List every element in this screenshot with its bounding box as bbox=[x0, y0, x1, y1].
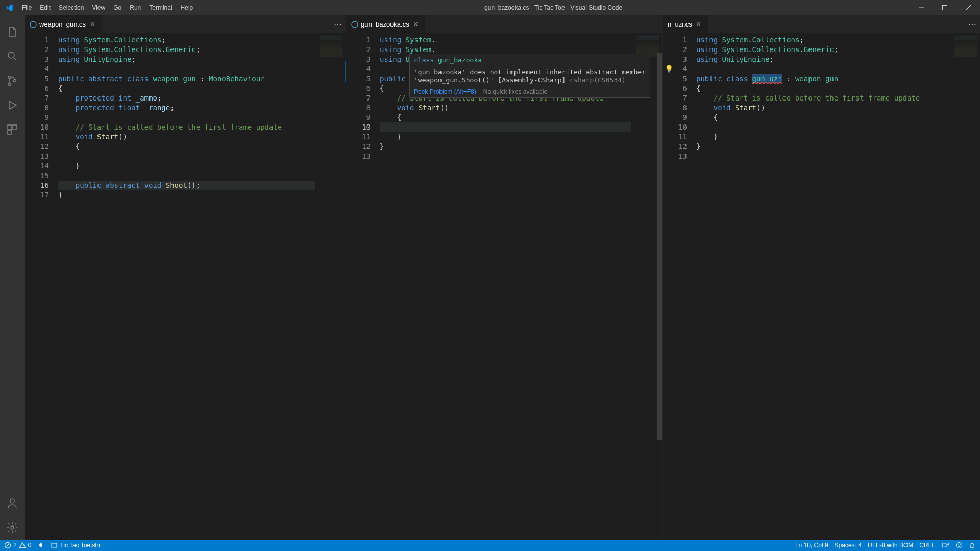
vscode-logo-icon bbox=[0, 4, 18, 12]
editor-group-1: weapon_gun.cs ✕ ⋯ 1234567891011121314151… bbox=[24, 15, 346, 540]
svg-point-15 bbox=[958, 544, 959, 545]
source-control-icon[interactable] bbox=[0, 68, 24, 93]
more-actions-icon[interactable]: ⋯ bbox=[334, 19, 342, 29]
line-gutter: 1234567891011121314151617 bbox=[24, 33, 58, 540]
hover-error-code: csharp(CS0534) bbox=[570, 76, 626, 84]
error-icon bbox=[4, 542, 11, 549]
csharp-file-icon bbox=[30, 21, 37, 28]
menu-run[interactable]: Run bbox=[126, 0, 145, 15]
svg-rect-5 bbox=[8, 125, 12, 129]
tab-gun-bazooka[interactable]: gun_bazooka.cs ✕ bbox=[346, 15, 426, 33]
error-count: 2 bbox=[13, 542, 17, 549]
solution-name: Tic Tac Toe.sln bbox=[60, 542, 100, 549]
hover-signature-name: gun_bazooka bbox=[438, 56, 482, 64]
warning-count: 0 bbox=[28, 542, 32, 549]
menu-edit[interactable]: Edit bbox=[36, 0, 55, 15]
svg-rect-13 bbox=[52, 543, 57, 547]
accounts-icon[interactable] bbox=[0, 491, 24, 515]
svg-point-10 bbox=[30, 21, 36, 28]
hover-error-line2a: 'weapon_gun.Shoot()' [Assembly-CSharp] bbox=[414, 76, 570, 84]
tab-close-icon[interactable]: ✕ bbox=[695, 20, 703, 29]
minimize-icon[interactable] bbox=[910, 0, 933, 15]
flame-icon bbox=[37, 542, 44, 549]
run-debug-icon[interactable] bbox=[0, 93, 24, 117]
extensions-icon[interactable] bbox=[0, 117, 24, 142]
svg-rect-0 bbox=[943, 6, 947, 10]
status-cursor-pos[interactable]: Ln 10, Col 9 bbox=[795, 542, 828, 549]
status-indent[interactable]: Spaces: 4 bbox=[835, 542, 862, 549]
editor-gun-bazooka[interactable]: 12345678910111213 using System.using Sys… bbox=[346, 33, 662, 540]
editor-group-2: gun_bazooka.cs ✕ 12345678910111213 using… bbox=[346, 15, 663, 540]
line-gutter: 12345678910111213 bbox=[346, 33, 380, 540]
close-icon[interactable] bbox=[957, 0, 980, 15]
minimap[interactable] bbox=[315, 33, 346, 540]
svg-point-14 bbox=[957, 543, 962, 548]
menu-file[interactable]: File bbox=[18, 0, 36, 15]
status-encoding[interactable]: UTF-8 with BOM bbox=[868, 542, 913, 549]
tab-close-icon[interactable]: ✕ bbox=[412, 20, 420, 29]
hover-signature-keyword: class bbox=[414, 56, 438, 64]
csharp-file-icon bbox=[351, 21, 358, 28]
svg-point-2 bbox=[9, 76, 11, 79]
settings-gear-icon[interactable] bbox=[0, 515, 24, 540]
svg-point-4 bbox=[14, 80, 16, 82]
svg-point-8 bbox=[10, 499, 14, 503]
menu-go[interactable]: Go bbox=[109, 0, 126, 15]
peek-problem-link[interactable]: Peek Problem (Alt+F8) bbox=[414, 88, 476, 95]
more-actions-icon[interactable]: ⋯ bbox=[968, 19, 977, 29]
menu-bar: File Edit Selection View Go Run Terminal… bbox=[18, 0, 197, 15]
menu-help[interactable]: Help bbox=[177, 0, 198, 15]
editor-groups: weapon_gun.cs ✕ ⋯ 1234567891011121314151… bbox=[24, 15, 980, 540]
solution-icon bbox=[51, 542, 58, 549]
svg-rect-6 bbox=[13, 125, 17, 129]
code-area[interactable]: using System.Collections;using System.Co… bbox=[58, 33, 315, 540]
code-area[interactable]: using System.using System.using UnityEnp… bbox=[380, 33, 631, 540]
svg-point-16 bbox=[960, 544, 961, 545]
menu-terminal[interactable]: Terminal bbox=[145, 0, 176, 15]
editor-gun-uzi[interactable]: 💡 12345678910111213 using System.Collect… bbox=[663, 33, 980, 540]
tab-weapon-gun[interactable]: weapon_gun.cs ✕ bbox=[24, 15, 102, 33]
status-language[interactable]: C# bbox=[942, 542, 949, 549]
status-bell-icon[interactable] bbox=[969, 542, 976, 549]
explorer-icon[interactable] bbox=[0, 19, 24, 44]
no-quick-fix-label: No quick fixes available bbox=[483, 88, 547, 95]
main-area: weapon_gun.cs ✕ ⋯ 1234567891011121314151… bbox=[0, 15, 980, 540]
scrollbar-thumb[interactable] bbox=[657, 53, 662, 440]
tabs-group-2: gun_bazooka.cs ✕ bbox=[346, 15, 662, 33]
titlebar: File Edit Selection View Go Run Terminal… bbox=[0, 0, 980, 15]
minimap[interactable] bbox=[949, 33, 980, 540]
code-area[interactable]: using System.Collections;using System.Co… bbox=[696, 33, 949, 540]
menu-selection[interactable]: Selection bbox=[55, 0, 88, 15]
editor-weapon-gun[interactable]: 1234567891011121314151617 using System.C… bbox=[24, 33, 346, 540]
svg-point-11 bbox=[352, 21, 358, 28]
status-eol[interactable]: CRLF bbox=[919, 542, 935, 549]
window-title: gun_bazooka.cs - Tic Tac Toe - Visual St… bbox=[197, 4, 910, 11]
window-controls bbox=[910, 0, 980, 15]
status-solution[interactable]: Tic Tac Toe.sln bbox=[51, 542, 100, 549]
tabs-group-1: weapon_gun.cs ✕ ⋯ bbox=[24, 15, 346, 33]
svg-point-9 bbox=[11, 526, 14, 529]
editor-group-3: n_uzi.cs ✕ ⋯ 💡 12345678910111213 using S… bbox=[663, 15, 980, 540]
tab-label: n_uzi.cs bbox=[668, 20, 692, 28]
search-icon[interactable] bbox=[0, 44, 24, 68]
status-problems[interactable]: 2 0 bbox=[4, 542, 31, 549]
maximize-icon[interactable] bbox=[933, 0, 957, 15]
line-gutter: 💡 12345678910111213 bbox=[663, 33, 696, 540]
hover-error-line1: 'gun_bazooka' does not implement inherit… bbox=[414, 68, 646, 76]
svg-point-3 bbox=[9, 83, 11, 86]
minimap[interactable] bbox=[631, 33, 662, 540]
menu-view[interactable]: View bbox=[88, 0, 109, 15]
status-flame[interactable] bbox=[37, 542, 44, 549]
tabs-group-3: n_uzi.cs ✕ ⋯ bbox=[663, 15, 980, 33]
lightbulb-icon[interactable]: 💡 bbox=[665, 64, 673, 74]
tab-gun-uzi[interactable]: n_uzi.cs ✕ bbox=[663, 15, 708, 33]
tab-close-icon[interactable]: ✕ bbox=[88, 20, 96, 29]
hover-tooltip: class gun_bazooka 'gun_bazooka' does not… bbox=[409, 54, 650, 98]
status-feedback-icon[interactable] bbox=[955, 542, 963, 549]
activity-bar bbox=[0, 15, 24, 540]
statusbar: 2 0 Tic Tac Toe.sln Ln 10, Col 9 Spaces:… bbox=[0, 540, 980, 551]
svg-point-1 bbox=[8, 52, 14, 58]
tab-label: weapon_gun.cs bbox=[39, 20, 86, 28]
tab-label: gun_bazooka.cs bbox=[361, 20, 409, 28]
svg-rect-7 bbox=[8, 130, 12, 134]
